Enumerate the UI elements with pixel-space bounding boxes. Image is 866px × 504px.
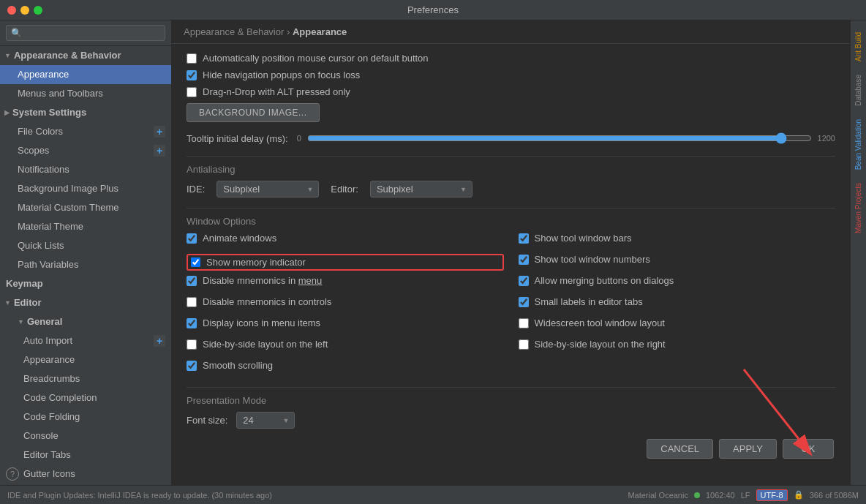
display-icons-label: Display icons in menu items [203,317,320,328]
side-by-side-right-checkbox[interactable] [519,339,529,350]
checkbox-disable-mnemonics-menu: Disable mnemonics in menu [187,275,504,286]
font-size-select[interactable]: 16 18 20 22 24 28 32 [236,412,295,429]
slider-container: 0 1200 [297,132,835,144]
window-options-grid: Animate windows Show tool window bars Sh… [187,233,835,377]
sidebar-item-label: Appearance & Behavior [14,48,121,63]
sidebar-item-label: Code Folding [23,411,80,422]
search-input[interactable] [6,25,165,41]
close-button[interactable] [7,6,16,15]
sidebar-item-auto-import[interactable]: Auto Import + [0,331,171,350]
lines-count: 366 of 5086M [810,491,859,500]
disable-mnemonics-controls-checkbox[interactable] [187,297,197,307]
hide-navigation-checkbox[interactable] [187,70,197,80]
checkbox-side-by-side-left: Side-by-side layout on the left [187,339,504,350]
sidebar-item-appearance[interactable]: Appearance [0,65,171,84]
right-tool-maven-projects[interactable]: Maven Projects [853,177,864,239]
ide-antialiasing-select[interactable]: Subpixel Greyscale No antialiasing Defau… [217,181,319,198]
editor-antialiasing-select[interactable]: Subpixel Greyscale No antialiasing Defau… [370,181,472,198]
cancel-button[interactable]: CANCEL [647,439,713,459]
sidebar-item-material-theme[interactable]: Material Theme [0,217,171,236]
sidebar-item-background-image-plus[interactable]: Background Image Plus [0,179,171,198]
show-tool-bars-checkbox[interactable] [519,233,529,244]
editor-label: Editor: [331,184,358,195]
content-area: Appearance & Behavior › Appearance Autom… [172,20,850,485]
show-memory-checkbox[interactable] [191,257,200,267]
sidebar-item-console[interactable]: Console [0,426,171,445]
sidebar-item-path-variables[interactable]: Path Variables [0,255,171,274]
right-tool-ant-build[interactable]: Ant Build [853,26,864,67]
sidebar-item-notifications[interactable]: Notifications [0,160,171,179]
checkbox-display-icons: Display icons in menu items [187,317,504,328]
sidebar-item-label: Path Variables [18,259,79,270]
sidebar-item-editor[interactable]: Editor [0,293,171,312]
add-icon[interactable]: + [154,126,165,138]
cursor-position: 1062:40 [706,491,735,500]
allow-merging-checkbox[interactable] [519,276,529,286]
bean-validation-label: Bean Validation [854,119,862,170]
tooltip-delay-slider[interactable] [307,132,812,144]
right-tool-database[interactable]: Database [853,69,864,112]
sidebar-item-appearance-editor[interactable]: Appearance [0,350,171,369]
encoding-badge[interactable]: UTF-8 [756,489,788,501]
tooltip-delay-label: Tooltip initial delay (ms): [187,133,288,144]
sidebar-item-label: Background Image Plus [18,183,118,194]
small-labels-checkbox[interactable] [519,297,529,307]
checkbox-widescreen: Widescreen tool window layout [519,317,836,328]
right-tool-bean-validation[interactable]: Bean Validation [853,113,864,176]
sidebar-item-label: Material Custom Theme [18,202,118,213]
side-by-side-right-label: Side-by-side layout on the right [535,339,666,350]
sidebar-item-general[interactable]: General [0,312,171,331]
search-bar[interactable] [0,20,171,46]
sidebar-item-label: Gutter Icons [23,468,75,479]
font-size-label: Font size: [187,415,227,426]
disable-mnemonics-menu-checkbox[interactable] [187,276,197,286]
display-icons-checkbox[interactable] [187,318,197,328]
sidebar-item-material-custom-theme[interactable]: Material Custom Theme [0,198,171,217]
sidebar-item-menus-toolbars[interactable]: Menus and Toolbars [0,84,171,103]
drag-drop-checkbox[interactable] [187,87,197,97]
sidebar-item-code-folding[interactable]: Code Folding [0,407,171,426]
checkbox-allow-merging: Allow merging buttons on dialogs [519,275,836,286]
sidebar-item-code-completion[interactable]: Code Completion [0,388,171,407]
window-controls[interactable] [7,6,42,15]
lock-icon: 🔒 [794,490,804,500]
sidebar-item-quick-lists[interactable]: Quick Lists [0,236,171,255]
animate-windows-checkbox[interactable] [187,233,197,244]
sidebar-item-gutter-icons[interactable]: Gutter Icons [0,464,171,484]
sidebar-item-keymap[interactable]: Keymap [0,274,171,293]
add-icon[interactable]: + [154,335,165,347]
minimize-button[interactable] [20,6,29,15]
sidebar-item-label: Keymap [6,278,43,289]
sidebar-item-breadcrumbs[interactable]: Breadcrumbs [0,369,171,388]
smooth-scrolling-checkbox[interactable] [187,361,197,371]
auto-position-checkbox[interactable] [187,53,197,64]
apply-button[interactable]: APPLY [719,439,777,459]
presentation-mode-title: Presentation Mode [187,395,835,406]
sidebar-item-postfix-completion[interactable]: Postfix Completion [0,484,171,485]
editor-select-wrapper: Subpixel Greyscale No antialiasing Defau… [370,181,472,198]
sidebar-item-editor-tabs[interactable]: Editor Tabs [0,445,171,464]
content-body: Automatically position mouse cursor on d… [172,44,850,437]
maximize-button[interactable] [34,6,42,15]
chevron-right-icon [4,105,10,120]
sidebar-item-file-colors[interactable]: File Colors + [0,122,171,141]
sidebar-item-label: Quick Lists [18,240,64,251]
help-icon[interactable]: ? [6,467,19,481]
sidebar-item-label: Appearance [23,354,75,365]
drag-drop-label: Drag-n-Drop with ALT pressed only [203,86,350,97]
widescreen-checkbox[interactable] [519,318,529,328]
sidebar-item-appearance-behavior[interactable]: Appearance & Behavior [0,46,171,65]
main-layout: Appearance & Behavior Appearance Menus a… [0,20,866,485]
background-image-button[interactable]: BACKGROUND IMAGE... [187,103,320,122]
status-bar-right: Material Oceanic 1062:40 LF UTF-8 🔒 366 … [628,489,859,501]
title-bar: Preferences [0,0,866,20]
sidebar-item-system-settings[interactable]: System Settings [0,103,171,122]
sidebar-item-scopes[interactable]: Scopes + [0,141,171,160]
side-by-side-left-label: Side-by-side layout on the left [203,339,328,350]
show-tool-numbers-checkbox[interactable] [519,255,529,265]
add-icon[interactable]: + [154,145,165,157]
status-bar-left: IDE and Plugin Updates: IntelliJ IDEA is… [7,491,272,500]
side-by-side-left-checkbox[interactable] [187,339,197,350]
checkbox-hide-navigation: Hide navigation popups on focus loss [187,69,835,80]
ok-button[interactable]: OK [783,439,834,459]
